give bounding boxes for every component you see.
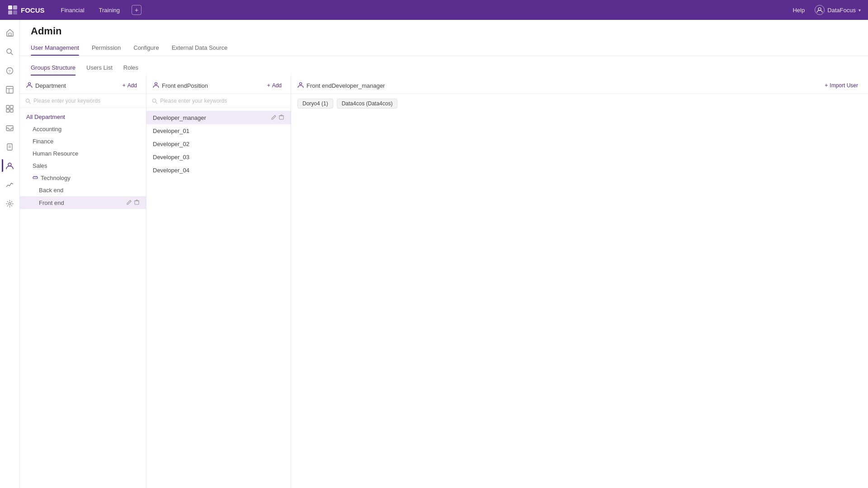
svg-line-7	[11, 53, 13, 55]
sidebar-icon-analytics[interactable]	[2, 176, 18, 193]
position-search-input[interactable]	[160, 98, 285, 104]
sidebar-icon-search[interactable]	[2, 43, 18, 60]
sidebar-icon-inbox[interactable]	[2, 119, 18, 136]
user-avatar-icon	[815, 5, 825, 15]
svg-rect-13	[6, 105, 9, 109]
position-panel-header: Front endPosition + Add	[146, 76, 291, 94]
svg-rect-16	[10, 109, 14, 112]
department-add-label: Add	[127, 82, 137, 89]
svg-line-37	[156, 102, 157, 103]
dept-item-sales[interactable]: Sales	[20, 160, 146, 172]
developer-manager-actions	[271, 114, 284, 121]
sidebar-icon-users[interactable]	[2, 157, 18, 174]
position-developer-03-label: Developer_03	[153, 154, 189, 161]
department-list: All Department Accounting Finance Human …	[20, 108, 146, 488]
dev-manager-delete-icon[interactable]	[278, 114, 284, 121]
app-logo-text: FOCUS	[21, 6, 45, 14]
position-add-button[interactable]: + Add	[264, 81, 284, 90]
department-header-label-group: Department	[26, 82, 66, 90]
position-panel: Front endPosition + Add D	[146, 76, 291, 488]
inner-tabs-bar: Groups Structure Users List Roles	[20, 56, 868, 76]
sidebar-icon-layout[interactable]	[2, 81, 18, 98]
user-menu[interactable]: DataFocus ▾	[815, 5, 861, 15]
svg-point-35	[155, 82, 157, 85]
sidebar-icon-home[interactable]	[2, 24, 18, 41]
svg-rect-15	[6, 109, 9, 112]
department-panel-header: Department + Add	[20, 76, 146, 94]
position-item-developer-manager[interactable]: Developer_manager	[146, 111, 291, 124]
svg-point-6	[7, 49, 11, 53]
devmgr-header-label: Front endDeveloper_manager	[307, 82, 385, 89]
sidebar-icon-help[interactable]: ?	[2, 62, 18, 79]
position-item-developer-01[interactable]: Developer_01	[146, 124, 291, 137]
tab-configure[interactable]: Configure	[133, 42, 159, 56]
sidebar-icon-grid[interactable]	[2, 100, 18, 117]
department-search-area	[20, 94, 146, 108]
devmgr-panel: Front endDeveloper_manager + Import User…	[291, 76, 868, 488]
department-add-button[interactable]: + Add	[120, 81, 140, 90]
sidebar-icons: ?	[0, 20, 20, 488]
position-header-label-group: Front endPosition	[153, 82, 208, 90]
sub-header: Admin User Management Permission Configu…	[20, 20, 868, 56]
department-header-label: Department	[35, 82, 66, 89]
svg-rect-14	[10, 105, 14, 109]
dept-item-backend[interactable]: Back end	[20, 184, 146, 196]
svg-rect-0	[8, 5, 12, 9]
dept-backend-label: Back end	[39, 187, 63, 194]
inner-tab-groups-structure[interactable]: Groups Structure	[31, 62, 75, 76]
page-title: Admin	[31, 25, 857, 37]
sidebar-icon-settings[interactable]	[2, 195, 18, 212]
import-label: Import User	[830, 82, 858, 89]
dept-item-human-resource[interactable]: Human Resource	[20, 147, 146, 160]
inner-tab-users-list[interactable]: Users List	[86, 62, 113, 76]
dept-technology-label: Technology	[41, 175, 71, 181]
dept-item-all-department[interactable]: All Department	[20, 111, 146, 123]
svg-rect-26	[33, 177, 38, 179]
position-icon	[153, 82, 159, 90]
dept-item-accounting[interactable]: Accounting	[20, 123, 146, 135]
position-search-area	[146, 94, 291, 108]
dept-item-technology[interactable]: Technology	[20, 172, 146, 184]
sidebar-icon-clipboard[interactable]	[2, 138, 18, 155]
import-user-button[interactable]: + Import User	[821, 81, 862, 90]
svg-line-25	[29, 102, 30, 103]
position-item-developer-04[interactable]: Developer_04	[146, 164, 291, 177]
tab-user-management[interactable]: User Management	[31, 42, 79, 56]
department-search-input[interactable]	[33, 98, 141, 104]
dev-manager-edit-icon[interactable]	[271, 114, 277, 121]
dept-item-frontend[interactable]: Front end	[20, 196, 146, 209]
app-logo[interactable]: FOCUS	[7, 5, 45, 15]
frontend-delete-icon[interactable]	[134, 199, 140, 206]
position-item-developer-03[interactable]: Developer_03	[146, 151, 291, 164]
tag-data4cos[interactable]: Data4cos (Data4cos)	[337, 99, 398, 109]
position-item-developer-02[interactable]: Developer_02	[146, 137, 291, 151]
content-area: Admin User Management Permission Configu…	[20, 20, 868, 488]
tag-doryo4[interactable]: Doryo4 (1)	[297, 99, 333, 109]
svg-rect-10	[6, 86, 13, 93]
svg-point-24	[26, 99, 29, 102]
svg-rect-2	[8, 10, 12, 14]
svg-text:?: ?	[9, 69, 11, 74]
position-header-label: Front endPosition	[162, 82, 208, 89]
top-tabs: User Management Permission Configure Ext…	[31, 42, 857, 56]
frontend-edit-icon[interactable]	[126, 199, 132, 206]
inner-tab-roles[interactable]: Roles	[123, 62, 138, 76]
devmgr-header: Front endDeveloper_manager + Import User	[291, 76, 868, 94]
devmgr-header-label-group: Front endDeveloper_manager	[297, 82, 385, 90]
svg-rect-30	[135, 201, 139, 204]
svg-point-4	[818, 8, 821, 10]
nav-add-button[interactable]: +	[132, 5, 142, 15]
nav-training[interactable]: Training	[96, 5, 123, 15]
help-link[interactable]: Help	[790, 5, 807, 15]
svg-rect-1	[13, 5, 17, 9]
department-search-icon	[25, 98, 31, 104]
tab-external-data-source[interactable]: External Data Source	[172, 42, 228, 56]
navbar: FOCUS Financial Training + Help DataFocu…	[0, 0, 868, 20]
navbar-right: Help DataFocus ▾	[790, 5, 861, 15]
frontend-item-actions	[126, 199, 140, 206]
dept-item-finance[interactable]: Finance	[20, 135, 146, 147]
tab-permission[interactable]: Permission	[92, 42, 121, 56]
svg-point-43	[300, 82, 302, 85]
svg-point-23	[28, 82, 31, 85]
nav-financial[interactable]: Financial	[58, 5, 87, 15]
